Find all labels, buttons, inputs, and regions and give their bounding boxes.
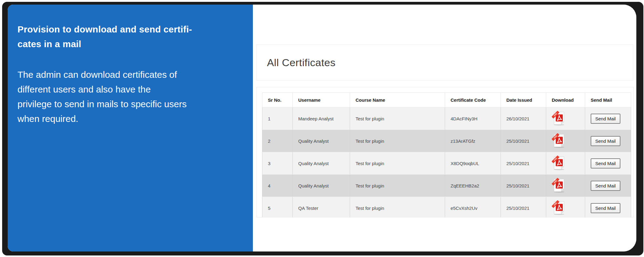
certificates-table-body: 1 Mandeep Analyst Test for plugin 4DAcFI… [262, 108, 631, 218]
send-mail-button[interactable]: Send Mail [591, 158, 620, 168]
pdf-download-icon[interactable]: PDF [552, 133, 566, 148]
course-name-cell: Test for plugin [350, 152, 445, 175]
column-header-certificate-code: Certificate Code [445, 93, 501, 108]
certificates-table: Sr No.UsernameCourse NameCertificate Cod… [262, 93, 631, 217]
course-name-cell: Test for plugin [350, 175, 445, 197]
sr-no-cell: 4 [262, 175, 293, 197]
username-cell: Quality Analyst [293, 130, 350, 152]
column-header-send-mail: Send Mail [585, 93, 631, 108]
feature-figure: Provision to download and send certifi-c… [0, 0, 644, 257]
text-line: when required. [17, 111, 239, 126]
send-mail-cell: Send Mail [585, 197, 631, 218]
column-header-course-name: Course Name [350, 93, 445, 108]
table-row: 3 Quality Analyst Test for plugin X8DQ9o… [262, 152, 631, 175]
certificate-code-cell: e5CvXsh2Uv [445, 197, 501, 218]
date-issued-cell: 25/10/2021 [501, 175, 546, 197]
table-row: 4 Quality Analyst Test for plugin ZqEEEH… [262, 175, 631, 197]
course-name-cell: Test for plugin [350, 108, 445, 130]
certificate-code-cell: ZqEEEHB2a2 [445, 175, 501, 197]
panel-heading: Provision to download and send certifi-c… [17, 22, 239, 51]
send-mail-cell: Send Mail [585, 175, 631, 197]
column-header-date-issued: Date Issued [501, 93, 546, 108]
pdf-file-icon: PDF [552, 200, 566, 215]
course-name-cell: Test for plugin [350, 197, 445, 218]
date-issued-cell: 25/10/2021 [501, 197, 546, 218]
sr-no-cell: 3 [262, 152, 293, 175]
username-cell: Mandeep Analyst [293, 108, 350, 130]
username-cell: Quality Analyst [293, 175, 350, 197]
table-header-row: Sr No.UsernameCourse NameCertificate Cod… [262, 93, 631, 108]
send-mail-button[interactable]: Send Mail [591, 114, 620, 124]
pdf-file-icon: PDF [552, 178, 566, 193]
content-area: Provision to download and send certifi-c… [8, 5, 636, 251]
pdf-file-icon: PDF [552, 133, 566, 148]
column-header-download: Download [546, 93, 585, 108]
sr-no-cell: 1 [262, 108, 293, 130]
certificate-code-cell: X8DQ9oqbUL [445, 152, 501, 175]
certificates-table-card: Sr No.UsernameCourse NameCertificate Cod… [257, 87, 634, 217]
username-cell: Quality Analyst [293, 152, 350, 175]
pdf-download-icon[interactable]: PDF [552, 111, 566, 126]
column-header-sr-no: Sr No. [262, 93, 293, 108]
text-line: cates in a mail [17, 37, 239, 51]
download-cell: PDF [546, 108, 585, 130]
table-row: 2 Quality Analyst Test for plugin z13ArA… [262, 130, 631, 152]
panel-body-text: The admin can download certificates ofdi… [17, 67, 239, 126]
pdf-download-icon[interactable]: PDF [552, 200, 566, 215]
text-line: The admin can download certificates of [17, 67, 239, 82]
table-row: 5 QA Tester Test for plugin e5CvXsh2Uv 2… [262, 197, 631, 218]
description-panel: Provision to download and send certifi-c… [8, 5, 253, 251]
outer-frame: Provision to download and send certifi-c… [2, 2, 643, 255]
send-mail-cell: Send Mail [585, 108, 631, 130]
username-cell: QA Tester [293, 197, 350, 218]
send-mail-button[interactable]: Send Mail [591, 181, 620, 191]
date-issued-cell: 26/10/2021 [501, 108, 546, 130]
download-cell: PDF [546, 197, 585, 218]
pdf-download-icon[interactable]: PDF [552, 156, 566, 170]
text-line: Provision to download and send certifi- [17, 22, 239, 37]
pdf-file-icon: PDF [552, 111, 566, 126]
pdf-download-icon[interactable]: PDF [552, 178, 566, 193]
certificate-code-cell: 4DAcFINy3H [445, 108, 501, 130]
certificate-code-cell: z13ArATGfz [445, 130, 501, 152]
send-mail-cell: Send Mail [585, 130, 631, 152]
course-name-cell: Test for plugin [350, 130, 445, 152]
section-title-card: All Certificates [257, 44, 633, 81]
date-issued-cell: 25/10/2021 [501, 152, 546, 175]
text-line: different users and also have the [17, 82, 239, 97]
download-cell: PDF [546, 175, 585, 197]
send-mail-cell: Send Mail [585, 152, 631, 175]
download-cell: PDF [546, 130, 585, 152]
text-line: privilege to send in mails to specific u… [17, 97, 239, 111]
pdf-file-icon: PDF [552, 156, 566, 170]
column-header-username: Username [293, 93, 350, 108]
page-title: All Certificates [267, 57, 336, 69]
sr-no-cell: 5 [262, 197, 293, 218]
certificates-panel: All Certificates Sr No.UsernameCourse Na… [253, 5, 636, 251]
download-cell: PDF [546, 152, 585, 175]
table-row: 1 Mandeep Analyst Test for plugin 4DAcFI… [262, 108, 631, 130]
date-issued-cell: 25/10/2021 [501, 130, 546, 152]
sr-no-cell: 2 [262, 130, 293, 152]
send-mail-button[interactable]: Send Mail [591, 136, 620, 146]
send-mail-button[interactable]: Send Mail [591, 203, 620, 213]
